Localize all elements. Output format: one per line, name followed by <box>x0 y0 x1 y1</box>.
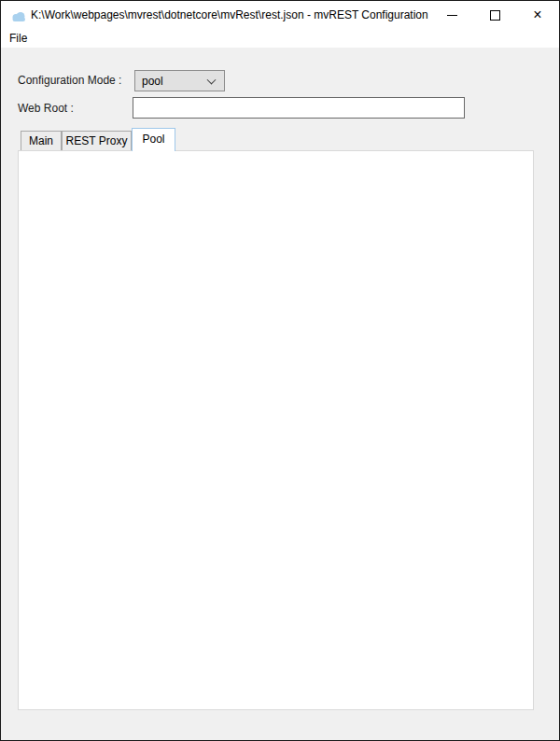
tab-rest-proxy[interactable]: REST Proxy <box>62 131 132 150</box>
tab-main[interactable]: Main <box>21 131 62 150</box>
menu-file[interactable]: File <box>1 29 35 48</box>
tab-main-label: Main <box>29 134 53 147</box>
maximize-icon <box>490 10 500 21</box>
menu-bar: File <box>1 29 559 48</box>
cloud-icon <box>10 9 27 26</box>
tab-rest-proxy-label: REST Proxy <box>66 134 128 147</box>
close-icon: × <box>533 7 541 22</box>
tab-pool[interactable]: Pool <box>132 128 175 151</box>
tab-pool-label: Pool <box>142 133 164 146</box>
title-bar: K:\Work\webpages\mvrest\dotnetcore\mvRes… <box>1 1 559 29</box>
maximize-button[interactable] <box>473 1 516 29</box>
web-root-label: Web Root : <box>18 102 74 115</box>
minimize-button[interactable] <box>430 1 473 29</box>
web-root-input[interactable] <box>133 97 465 119</box>
window-title: K:\Work\webpages\mvrest\dotnetcore\mvRes… <box>31 1 428 29</box>
config-mode-dropdown[interactable]: pool <box>134 70 225 91</box>
app-window: K:\Work\webpages\mvrest\dotnetcore\mvRes… <box>0 0 560 741</box>
config-mode-value: pool <box>142 75 163 88</box>
config-mode-label: Configuration Mode : <box>18 74 121 87</box>
close-button[interactable]: × <box>516 1 559 29</box>
minimize-icon <box>447 15 457 16</box>
chevron-down-icon <box>207 75 217 84</box>
pool-tab-panel <box>18 150 534 710</box>
